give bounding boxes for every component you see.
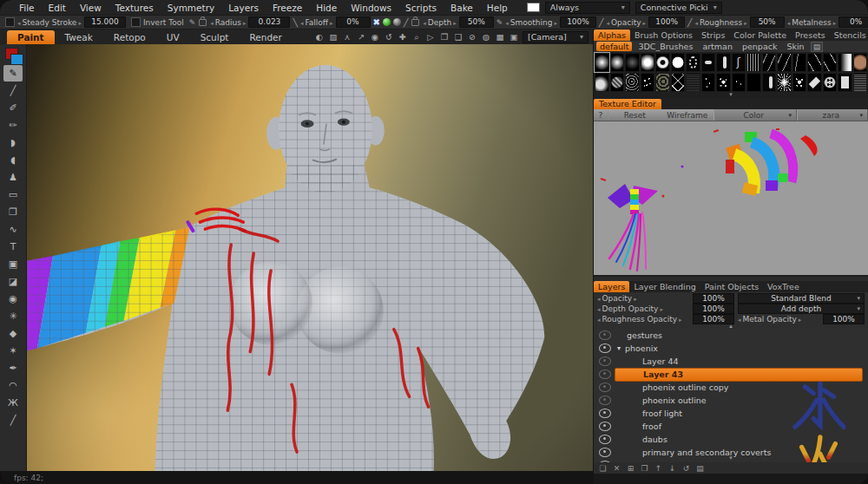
alpha-brush-squiggle[interactable]: [732, 53, 746, 72]
sphere-preview-icon[interactable]: [383, 18, 391, 26]
move-down-icon[interactable]: ↓: [667, 464, 677, 473]
frame2-icon[interactable]: ❑: [453, 32, 464, 43]
alpha-brush-mottled[interactable]: [655, 73, 670, 92]
alpha-brush-noise-dense[interactable]: [853, 73, 868, 92]
opacity-setting-label[interactable]: Opacity: [597, 294, 689, 303]
drop-icon[interactable]: ◉: [370, 32, 380, 43]
folder-skin[interactable]: Skin: [783, 42, 807, 51]
falloff-label[interactable]: Falloff: [300, 18, 333, 27]
stroke-tool[interactable]: ╱: [3, 412, 23, 428]
viewport-canvas[interactable]: [27, 44, 593, 471]
folder-default[interactable]: default: [596, 42, 632, 51]
opacity-label[interactable]: Opacity: [606, 18, 646, 27]
falloff-field[interactable]: 0%: [336, 16, 371, 28]
hatch-tool[interactable]: ✐: [3, 100, 23, 116]
alpha-brush-diamond[interactable]: [807, 73, 822, 92]
gear-tool[interactable]: ✳: [3, 308, 23, 324]
te-object-dropdown[interactable]: zara ▾: [797, 109, 868, 121]
alpha-brush-disc[interactable]: [671, 53, 686, 72]
tab-uv[interactable]: UV: [156, 30, 190, 44]
layer-visibility-eye-icon[interactable]: [599, 356, 611, 366]
folder-3dc_brushes[interactable]: 3DC_Brushes: [635, 42, 696, 51]
secondary-color-swatch[interactable]: [10, 54, 23, 65]
mannequin-icon[interactable]: ⋏: [342, 32, 352, 43]
alpha-brush-splat[interactable]: [792, 73, 807, 92]
alpha-brush-grad-bar[interactable]: [838, 53, 852, 72]
layer-row[interactable]: ▾phoenix: [594, 342, 868, 355]
duplicate-layer-icon[interactable]: ❐: [640, 464, 649, 473]
tab-tweak[interactable]: Tweak: [55, 30, 103, 44]
menu-file[interactable]: File: [12, 3, 42, 13]
tab-color-palette[interactable]: Color Palette: [729, 29, 791, 41]
tab-presets[interactable]: Presets: [791, 29, 830, 41]
layer-visibility-eye-icon[interactable]: [599, 396, 611, 405]
alpha-brush-chevrons[interactable]: [671, 73, 686, 92]
steady-stroke-field[interactable]: 15.000: [84, 16, 126, 28]
copy-tool[interactable]: ❐: [3, 204, 23, 220]
image-tool[interactable]: ▣: [3, 256, 23, 272]
metal-opacity-label[interactable]: Metal Opacity: [738, 315, 801, 324]
wireframe-button[interactable]: Wireframe: [661, 111, 714, 120]
alpha-brush-dash-h[interactable]: [701, 53, 716, 72]
text-tool[interactable]: T: [3, 239, 23, 255]
te-color-dropdown[interactable]: Color ▾: [713, 109, 797, 121]
layer-visibility-eye-icon[interactable]: [599, 383, 611, 392]
hatch2-tool[interactable]: ✏: [3, 117, 23, 134]
layer-visibility-eye-icon[interactable]: [599, 409, 611, 418]
marquee-tool[interactable]: ▭: [3, 186, 23, 203]
tab-render[interactable]: Render: [239, 30, 292, 44]
layer-row[interactable]: froof light: [594, 407, 868, 420]
layer-label-wrap[interactable]: ▾phoenix: [615, 342, 863, 355]
layer-label-wrap[interactable]: phoenix outline: [615, 394, 863, 407]
alpha-brush-speckle[interactable]: [746, 73, 761, 92]
lock-icon[interactable]: [199, 19, 207, 26]
layers-scroll-arrow[interactable]: ▾: [594, 455, 868, 461]
brush-icon[interactable]: ✎: [189, 18, 196, 27]
always-dropdown[interactable]: Always ▾: [545, 2, 630, 14]
metalness-field[interactable]: 0%: [838, 16, 868, 28]
opacity-field[interactable]: 100%: [648, 16, 685, 28]
contrast-icon[interactable]: ◐: [314, 32, 325, 43]
pen-icon[interactable]: ╱: [687, 18, 692, 27]
folder-artman[interactable]: artman: [699, 42, 736, 51]
eye-tool[interactable]: ◉: [3, 291, 23, 307]
roughness-opacity-label[interactable]: Roughness Opacity: [597, 315, 689, 324]
layer-row[interactable]: phoenix outline copy: [594, 381, 868, 394]
color-swatch-box[interactable]: [527, 3, 540, 12]
menu-help[interactable]: Help: [480, 3, 515, 13]
color-swatches[interactable]: [3, 47, 23, 64]
layer-row[interactable]: froof: [594, 420, 868, 433]
lock-icon[interactable]: [411, 19, 419, 26]
alpha-brush-big-soft[interactable]: [641, 53, 655, 72]
snap-icon[interactable]: ▣: [509, 32, 519, 43]
layer-row[interactable]: Layer 43: [594, 368, 868, 381]
play-icon[interactable]: ▷: [425, 32, 436, 43]
folder-icon[interactable]: ▤: [811, 42, 824, 52]
layer-label-wrap[interactable]: phoenix outline copy: [615, 381, 863, 394]
alpha-brush-noise-blob[interactable]: [625, 73, 640, 92]
delete-layer-icon[interactable]: ✕: [612, 464, 621, 473]
picker-dropdown[interactable]: Connective Picki ▾: [635, 2, 722, 14]
layer-row[interactable]: Layer 44: [594, 355, 868, 368]
tab-voxtree[interactable]: VoxTree: [763, 281, 804, 292]
depth-opacity-label[interactable]: Depth Opacity: [597, 304, 689, 313]
alpha-brush-dotted[interactable]: [686, 53, 700, 72]
collapse-caret-icon[interactable]: ▾: [615, 344, 623, 352]
alpha-brush-soft[interactable]: [610, 53, 625, 72]
texture-editor-tab[interactable]: Texture Editor: [594, 99, 661, 109]
pen-icon[interactable]: ╱: [404, 18, 408, 27]
alpha-brush-bar-v[interactable]: [716, 53, 731, 72]
move-up-icon[interactable]: ↑: [654, 464, 663, 473]
image-icon[interactable]: ▨: [328, 32, 339, 43]
alpha-brush-soft[interactable]: [595, 53, 609, 72]
rotate-icon[interactable]: ↺: [384, 32, 394, 43]
tab-alphas[interactable]: Alphas: [594, 29, 630, 41]
tab-stencils[interactable]: Stencils: [830, 29, 868, 41]
layer-label-wrap[interactable]: daubs: [615, 433, 863, 446]
wand-tool[interactable]: ✶: [3, 343, 23, 359]
depth-field[interactable]: 50%: [459, 16, 494, 28]
alpha-brush-noise[interactable]: [686, 73, 700, 92]
tab-layers[interactable]: Layers: [594, 281, 629, 292]
menu-view[interactable]: View: [73, 3, 108, 13]
layer-row[interactable]: gestures: [594, 329, 868, 342]
